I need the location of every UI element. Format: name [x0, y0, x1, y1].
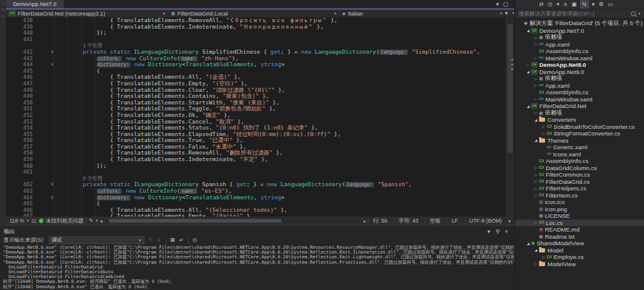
document-tab[interactable]: DemoApp.Net7.0 — [6, 0, 64, 8]
window-position-icon[interactable]: ▾ — [488, 229, 491, 235]
tree-item-filterdatagrid.cs[interactable]: ▷C#FilterDataGrid.cs — [515, 178, 644, 186]
tree-item--[interactable]: ▷▦依赖项 — [515, 110, 644, 117]
sync-with-active-document-icon[interactable]: ⇆ — [581, 1, 588, 8]
tree-item-sharedmodelview[interactable]: ◢◈SharedModelView — [515, 240, 644, 247]
toggle-word-wrap-icon[interactable]: ↵ — [179, 237, 184, 243]
collapsed-arrow-icon[interactable]: ▷ — [533, 56, 538, 60]
scrollbar-thumb[interactable] — [507, 24, 513, 153]
tree-item-license[interactable]: ▤LICENSE — [515, 212, 644, 220]
tree-item-assemblyinfo.cs[interactable]: C#AssemblyInfo.cs — [515, 48, 644, 55]
float-window-icon[interactable]: ▢ — [503, 2, 508, 7]
collapsed-arrow-icon[interactable]: ▷ — [525, 63, 531, 67]
member-dropdown[interactable]: ◆ Italian ▾ — [339, 10, 505, 17]
tree-item-employe.cs[interactable]: ▷C#Employe.cs — [515, 254, 644, 261]
solution-explorer-search[interactable]: 搜索解决方案资源管理器(Ctrl+;) ▾ — [515, 9, 644, 18]
show-all-files-icon[interactable]: ▣ — [572, 2, 577, 7]
properties-icon[interactable]: ⚙ — [599, 2, 603, 7]
code-editor[interactable]: 438 { TranslatableElements.RemoveAll, "С… — [6, 17, 514, 217]
collapsed-arrow-icon[interactable]: ▷ — [533, 84, 538, 87]
expanded-arrow-icon[interactable]: ◢ — [525, 70, 531, 73]
tree-item-loc.cs[interactable]: ▷C#Loc.cs — [515, 220, 644, 227]
close-icon[interactable]: × — [505, 229, 508, 235]
pending-changes-filter-icon[interactable]: ◷ — [548, 2, 553, 7]
tree-item--filterdatagrid-5-5-[interactable]: ❖解决方案 'FilterDataGrid' (5 个项目, 共 5 个) — [515, 20, 644, 27]
tree-item-filtercommon.cs[interactable]: ▷C#FilterCommon.cs — [515, 171, 644, 178]
encoding-indicator[interactable]: UTF-8 (BOM) — [465, 218, 506, 224]
code-cleanup-dropdown-icon[interactable]: ▾ — [95, 218, 98, 223]
expanded-arrow-icon[interactable]: ◢ — [525, 242, 531, 245]
collapsed-arrow-icon[interactable]: ▷ — [533, 36, 538, 39]
column-indicator[interactable]: 字符: 43 — [394, 217, 422, 225]
tree-item-modelview[interactable]: ▷ModelView — [515, 261, 644, 268]
output-console[interactable]: "DemoApp.Net8.0.exe" (CoreCLR: clrhost):… — [0, 245, 514, 290]
side-toolbar-icon[interactable]: ▪ — [2, 14, 4, 18]
tree-item-mainwindow.xaml[interactable]: ▷<>MainWindow.xaml — [515, 96, 644, 103]
tree-item-converters[interactable]: ◢Converters — [515, 116, 644, 124]
tree-item-themes[interactable]: ◢Themes — [515, 137, 644, 144]
health-report-icon[interactable]: ▤ — [31, 218, 36, 224]
expanded-arrow-icon[interactable]: ◢ — [525, 104, 531, 108]
expanded-arrow-icon[interactable]: ◢ — [533, 118, 538, 122]
code-line[interactable]: 460 }); — [6, 163, 514, 169]
collapsed-arrow-icon[interactable]: ▷ — [533, 77, 538, 81]
collapsed-arrow-icon[interactable]: ▷ — [533, 166, 538, 169]
navbar-dropdown-icon[interactable]: ▾ — [505, 11, 508, 16]
tree-item-assemblyinfo.cs[interactable]: C#AssemblyInfo.cs — [515, 89, 644, 96]
scroll-right-icon[interactable]: ▸ — [364, 219, 366, 223]
collapsed-arrow-icon[interactable]: ▷ — [533, 193, 538, 197]
search-options-icon[interactable]: ▾ — [638, 11, 640, 16]
line-indicator[interactable]: 行: 56 — [368, 217, 391, 225]
collapsed-arrow-icon[interactable]: ▷ — [533, 180, 538, 183]
tree-item-readme.txt[interactable]: ▤Readme.txt — [515, 233, 644, 240]
collapsed-arrow-icon[interactable]: ▷ — [533, 173, 538, 177]
tree-item-icon.png[interactable]: ▧icon.png — [515, 206, 644, 213]
collapsed-arrow-icon[interactable]: ▷ — [533, 262, 538, 266]
collapsed-arrow-icon[interactable]: ▷ — [541, 125, 546, 128]
tree-item--[interactable]: ▷▦依赖项 — [515, 34, 644, 41]
collapse-chevron-icon[interactable]: ∨ — [33, 195, 55, 201]
collapsed-arrow-icon[interactable]: ▷ — [533, 97, 538, 101]
horizontal-scrollbar[interactable] — [106, 218, 359, 223]
tree-item-icons.xaml[interactable]: <>Icons.xaml — [515, 151, 644, 158]
tree-item-app.xaml[interactable]: ▷<>App.xaml — [515, 41, 644, 48]
collapsed-arrow-icon[interactable]: ▷ — [541, 132, 546, 135]
tree-item-demoapp.net9.0[interactable]: ◢C#DemoApp.Net9.0 — [515, 69, 644, 76]
collapsed-arrow-icon[interactable]: ▷ — [533, 111, 538, 115]
code-cleanup-icon[interactable]: ✎ — [89, 218, 94, 224]
tree-item-filterdatagrid.net[interactable]: ◢C#FilterDataGrid.Net — [515, 103, 644, 110]
code-line[interactable]: 441 — [6, 36, 514, 43]
switch-views-icon[interactable]: ⇄ — [539, 2, 544, 7]
tree-item-stringformatconverter.cs[interactable]: ▷C#StringFormatConverter.cs — [515, 130, 644, 137]
clear-all-icon[interactable]: ⊠ — [171, 237, 175, 243]
expanded-arrow-icon[interactable]: ◢ — [533, 138, 538, 142]
code-line[interactable]: 467 { TranslatableElements.Empty, "(Vací… — [6, 213, 514, 217]
output-source-dropdown[interactable]: 调试 ▾ — [49, 236, 144, 244]
collapsed-arrow-icon[interactable]: ▷ — [533, 221, 538, 224]
scroll-left-icon[interactable]: ◂ — [100, 219, 103, 223]
expanded-arrow-icon[interactable]: ◢ — [533, 248, 538, 252]
collapsed-arrow-icon[interactable]: ▷ — [533, 42, 538, 46]
zoom-level[interactable]: 118 % — [10, 218, 24, 224]
search-icon[interactable] — [631, 11, 636, 16]
class-dropdown[interactable]: ▦ FilterDataGrid.Local ▾ — [168, 10, 339, 17]
collapsed-arrow-icon[interactable]: ▷ — [541, 255, 546, 259]
tree-item-demoapp.net8.0[interactable]: ▷C#DemoApp.Net8.0 — [515, 61, 644, 69]
tree-item--[interactable]: ▷▦依赖项 — [515, 75, 644, 82]
scroll-down-icon[interactable]: ▾ — [508, 219, 510, 223]
tree-item-icon.ico[interactable]: ▧icon.ico — [515, 199, 644, 206]
tree-item-filterhelpers.cs[interactable]: ▷C#FilterHelpers.cs — [515, 185, 644, 192]
side-toolbar-icon[interactable]: ≡ — [2, 8, 4, 11]
pin-icon[interactable]: ⚲ — [496, 229, 500, 235]
line-ending-indicator[interactable]: LF — [447, 218, 462, 224]
side-toolbar-icon[interactable]: ◫ — [1, 1, 5, 5]
tree-item-readme.md[interactable]: ▤README.md — [515, 226, 644, 233]
collapsed-arrow-icon[interactable]: ▷ — [533, 187, 538, 190]
issues-status-label[interactable]: 未找到相关问题 — [46, 217, 83, 225]
tree-item-demoapp.net7.0[interactable]: ◢C#DemoApp.Net7.0 — [515, 27, 644, 35]
collapse-chevron-icon[interactable]: ∨ — [33, 181, 55, 188]
collapse-chevron-icon[interactable]: ∨ — [33, 49, 55, 55]
code-line[interactable]: 461 — [6, 169, 514, 175]
scrollbar-thumb[interactable] — [109, 219, 281, 223]
tree-item-model[interactable]: ◢Model — [515, 247, 644, 254]
project-dropdown[interactable]: C# FilterDataGrid.Net (netcoreapp3.1) ▾ — [6, 10, 168, 17]
